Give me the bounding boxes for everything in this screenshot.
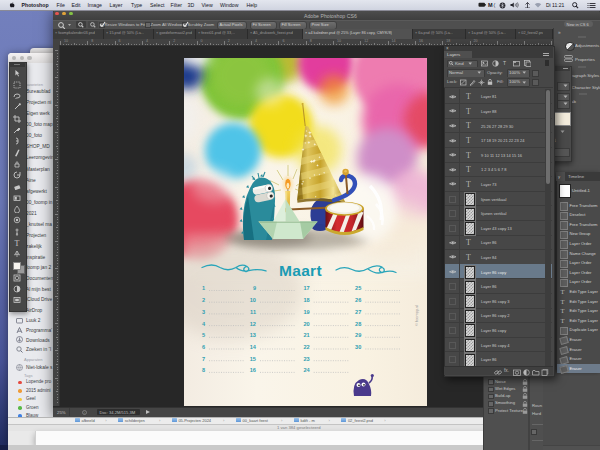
svg-text:5: 5 <box>201 332 204 338</box>
svg-text:16: 16 <box>249 367 255 373</box>
svg-text:21: 21 <box>303 332 309 338</box>
svg-text:T: T <box>15 239 20 247</box>
svg-text:17: 17 <box>303 285 309 291</box>
svg-text:20: 20 <box>303 320 309 326</box>
svg-text:Maart: Maart <box>279 262 322 279</box>
svg-text:10: 10 <box>249 297 255 303</box>
svg-text:24: 24 <box>303 367 310 373</box>
svg-text:29: 29 <box>355 332 361 338</box>
svg-text:19: 19 <box>303 308 309 314</box>
svg-text:15: 15 <box>249 355 255 361</box>
svg-text:23: 23 <box>303 355 309 361</box>
svg-text:7: 7 <box>201 355 204 361</box>
svg-text:9: 9 <box>252 285 255 291</box>
svg-text:26: 26 <box>355 297 361 303</box>
svg-text:25: 25 <box>355 285 361 291</box>
svg-text:© foompy.nl: © foompy.nl <box>413 304 418 325</box>
svg-text:27: 27 <box>355 308 361 314</box>
svg-text:2: 2 <box>201 297 204 303</box>
svg-text:28: 28 <box>355 320 361 326</box>
svg-text:22: 22 <box>303 344 309 350</box>
svg-text:6: 6 <box>201 344 204 350</box>
svg-text:12: 12 <box>249 320 255 326</box>
svg-text:13: 13 <box>249 332 255 338</box>
svg-text:11: 11 <box>250 308 256 314</box>
svg-text:1: 1 <box>201 285 204 291</box>
svg-text:14: 14 <box>249 344 256 350</box>
svg-text:3: 3 <box>201 308 204 314</box>
svg-text:30: 30 <box>355 344 361 350</box>
svg-text:8: 8 <box>201 367 204 373</box>
svg-text:18: 18 <box>303 297 309 303</box>
